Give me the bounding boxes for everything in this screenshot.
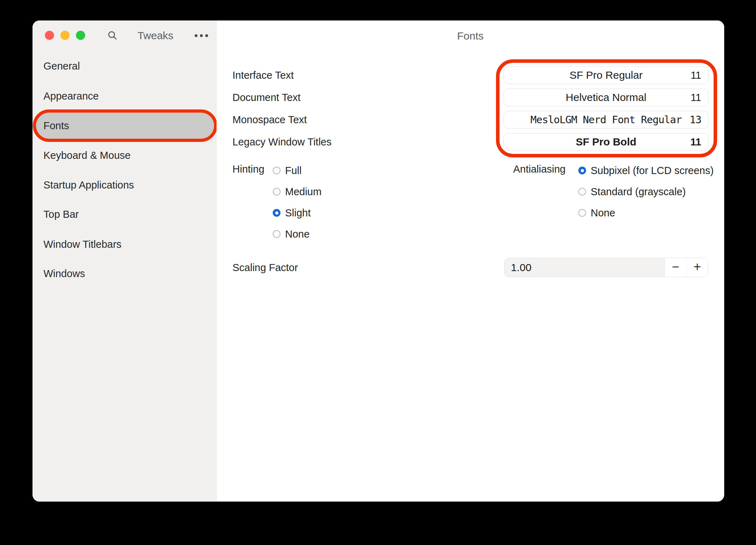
sidebar-item-appearance[interactable]: Appearance [35, 83, 215, 109]
radio-label: None [591, 207, 615, 219]
radio-icon[interactable] [578, 209, 586, 217]
sidebar-item-general[interactable]: General [35, 53, 215, 79]
radio-label: Standard (grayscale) [591, 186, 686, 198]
scaling-factor-value[interactable]: 1.00 [504, 258, 665, 277]
radio-label: Medium [285, 186, 321, 198]
ellipsis-icon [195, 34, 208, 37]
hinting-label: Hinting [232, 163, 264, 175]
radio-label: Full [285, 165, 302, 176]
page-title: Fonts [217, 30, 724, 42]
minimize-button[interactable] [60, 31, 70, 40]
maximize-button[interactable] [76, 31, 85, 40]
antialiasing-option-standard[interactable]: Standard (grayscale) [578, 185, 686, 199]
sidebar-item-label: Window Titlebars [43, 239, 122, 250]
font-name: SF Pro Bold [576, 136, 637, 148]
antialiasing-option-subpixel[interactable]: Subpixel (for LCD screens) [578, 163, 714, 178]
plus-icon: + [693, 259, 701, 274]
radio-label: Slight [285, 207, 311, 219]
document-text-label: Document Text [232, 91, 301, 103]
sidebar-item-label: Startup Applications [43, 179, 134, 191]
decrease-button[interactable]: − [665, 258, 687, 277]
radio-icon[interactable] [273, 167, 280, 174]
sidebar-item-startup-applications[interactable]: Startup Applications [35, 172, 215, 198]
monospace-font-button[interactable]: MesloLGM Nerd Font Regular 13 [503, 111, 709, 128]
antialiasing-option-none[interactable]: None [578, 206, 615, 220]
radio-label: Subpixel (for LCD screens) [591, 165, 714, 176]
search-button[interactable] [106, 29, 119, 42]
hinting-option-slight[interactable]: Slight [273, 206, 311, 220]
sidebar: Tweaks General Appearance Fonts Keyboard… [33, 20, 217, 502]
monospace-text-label: Monospace Text [232, 114, 307, 126]
radio-icon[interactable] [273, 188, 280, 196]
sidebar-item-keyboard-mouse[interactable]: Keyboard & Mouse [35, 142, 215, 169]
font-name: MesloLGM Nerd Font Regular [531, 114, 682, 126]
radio-label: None [285, 228, 309, 240]
radio-icon[interactable] [273, 230, 280, 238]
font-size: 11 [690, 136, 701, 148]
sidebar-item-label: General [43, 60, 80, 72]
desktop-background: { "window": { "title": "Tweaks", "conten… [0, 0, 756, 545]
sidebar-item-fonts[interactable]: Fonts [35, 112, 215, 139]
scaling-factor-label: Scaling Factor [232, 262, 298, 274]
sidebar-item-label: Keyboard & Mouse [43, 150, 131, 161]
scaling-factor-spinbox: 1.00 − + [504, 258, 708, 277]
search-icon [107, 30, 118, 42]
increase-button[interactable]: + [687, 258, 708, 277]
document-font-button[interactable]: Helvetica Normal 11 [503, 89, 709, 106]
radio-icon[interactable] [578, 167, 586, 174]
window-title: Tweaks [124, 30, 187, 42]
hinting-option-full[interactable]: Full [273, 163, 302, 178]
sidebar-item-label: Windows [43, 268, 85, 280]
sidebar-item-label: Appearance [43, 90, 99, 102]
minus-icon: − [672, 259, 679, 274]
legacy-titles-font-button[interactable]: SF Pro Bold 11 [503, 133, 709, 151]
interface-text-label: Interface Text [232, 69, 294, 81]
sidebar-item-window-titlebars[interactable]: Window Titlebars [35, 231, 215, 258]
hinting-option-medium[interactable]: Medium [273, 185, 321, 199]
spin-buttons: − + [665, 258, 708, 277]
fonts-page: Fonts Interface Text Document Text Monos… [217, 20, 724, 502]
tweaks-window: Tweaks General Appearance Fonts Keyboard… [33, 20, 724, 502]
hinting-option-none[interactable]: None [273, 227, 309, 241]
antialiasing-label: Antialiasing [460, 163, 566, 175]
font-name: SF Pro Regular [569, 69, 643, 81]
radio-icon[interactable] [578, 188, 586, 196]
font-size: 13 [690, 114, 701, 126]
sidebar-item-windows[interactable]: Windows [35, 260, 215, 287]
close-button[interactable] [45, 31, 54, 40]
font-name: Helvetica Normal [566, 91, 646, 103]
sidebar-item-top-bar[interactable]: Top Bar [35, 201, 215, 228]
font-size: 11 [691, 92, 701, 103]
sidebar-item-label: Top Bar [43, 209, 79, 220]
menu-button[interactable] [192, 29, 211, 42]
sidebar-item-label: Fonts [43, 120, 69, 132]
interface-font-button[interactable]: SF Pro Regular 11 [503, 66, 709, 84]
radio-icon[interactable] [273, 209, 280, 217]
legacy-window-titles-label: Legacy Window Titles [232, 136, 331, 148]
font-size: 11 [691, 70, 701, 81]
